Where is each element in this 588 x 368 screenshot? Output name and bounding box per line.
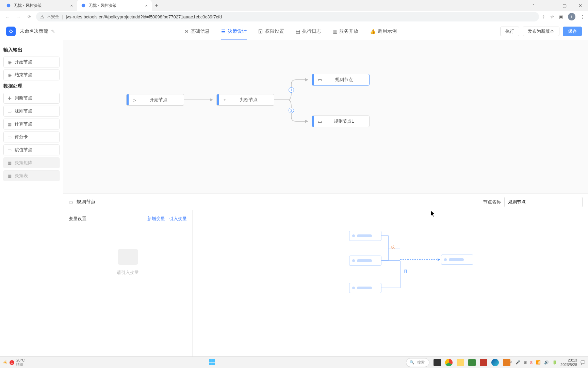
search-icon: 🔍 xyxy=(410,360,414,365)
service-icon: ▥ xyxy=(333,29,337,34)
stop-icon: ◉ xyxy=(7,73,12,77)
palette-start-node[interactable]: ◉开始节点 xyxy=(3,57,60,67)
palette-decision-node[interactable]: ✚判断节点 xyxy=(3,93,60,104)
import-variable-link[interactable]: 引入变量 xyxy=(169,216,187,222)
calc-icon: ▦ xyxy=(7,122,12,126)
rule-icon: ▭ xyxy=(69,199,73,205)
tray-wifi-icon[interactable]: 📶 xyxy=(536,360,541,365)
assign-icon: ▭ xyxy=(7,148,12,152)
insecure-label: 不安全 xyxy=(47,14,59,20)
nav-service[interactable]: ▥服务开放 xyxy=(333,22,358,40)
log-icon: ▤ xyxy=(296,29,300,34)
palette-assign-node[interactable]: ▭赋值节点 xyxy=(3,144,60,155)
vars-title: 变量设置 xyxy=(69,216,86,222)
condition-block[interactable] xyxy=(349,231,381,241)
save-button[interactable]: 保存 xyxy=(563,27,582,36)
profile-avatar[interactable]: t xyxy=(568,13,575,20)
maximize-icon[interactable]: ▢ xyxy=(557,0,572,11)
tray-battery-icon[interactable]: 🔋 xyxy=(552,360,557,365)
flow-rule-node-b[interactable]: ▭规则节点1 xyxy=(312,116,370,127)
rule-edges xyxy=(193,210,588,356)
tray-icon[interactable]: ⊞ xyxy=(524,360,527,365)
tray-notification-icon[interactable]: 💬 xyxy=(581,360,585,365)
add-variable-link[interactable]: 新增变量 xyxy=(147,216,165,222)
weather-icon: ☀ xyxy=(3,359,7,366)
nav-permissions[interactable]: ⚿权限设置 xyxy=(258,22,284,40)
clock-date: 2023/5/28 xyxy=(560,363,577,367)
nav-exec-log[interactable]: ▤执行日志 xyxy=(296,22,321,40)
node-name-input[interactable] xyxy=(504,197,583,207)
nav-decision-design[interactable]: ☰决策设计 xyxy=(221,22,247,40)
favicon-icon xyxy=(81,3,86,8)
reload-icon[interactable]: ⟳ xyxy=(25,13,33,21)
palette-matrix-node: ▦决策矩阵 xyxy=(3,157,60,168)
search-placeholder: 搜索 xyxy=(417,360,425,365)
flow-decision-node[interactable]: ＋判断节点 xyxy=(216,94,274,106)
matrix-icon: ▦ xyxy=(7,160,12,165)
taskbar-app-icon[interactable] xyxy=(503,359,510,366)
close-icon[interactable]: × xyxy=(145,3,148,8)
taskbar-app-icon[interactable] xyxy=(434,359,441,366)
nav-basic-info[interactable]: ⊘基础信息 xyxy=(184,22,210,40)
rule-icon: ▭ xyxy=(314,119,326,124)
node-name-label: 节点名称 xyxy=(483,199,501,205)
taskbar-search[interactable]: 🔍 搜索 xyxy=(406,358,429,367)
flow-start-node[interactable]: ▷开始节点 xyxy=(126,94,184,106)
taskbar-app-icon[interactable] xyxy=(468,359,476,366)
panel-title: 规则节点 xyxy=(77,199,96,205)
cursor-icon xyxy=(431,211,436,217)
browser-tab[interactable]: 无忧 - 风控决策 × xyxy=(77,0,152,11)
rule-tree[interactable]: 或 且 xyxy=(193,210,588,356)
bookmark-icon[interactable]: ☆ xyxy=(550,14,554,19)
new-tab-button[interactable]: + xyxy=(152,1,161,10)
taskbar-chrome-icon[interactable] xyxy=(445,359,453,366)
extensions-icon[interactable]: ▣ xyxy=(559,14,563,19)
palette-end-node[interactable]: ◉结束节点 xyxy=(3,70,60,80)
forward-icon[interactable]: → xyxy=(14,13,22,21)
svg-rect-5 xyxy=(212,363,215,365)
condition-block[interactable] xyxy=(349,256,381,266)
tab-title: 无忧 - 风控决策 xyxy=(88,3,117,9)
notification-badge: 1 xyxy=(10,360,14,365)
palette-data-header: 数据处理 xyxy=(3,83,60,89)
publish-button[interactable]: 发布为新版本 xyxy=(523,27,559,36)
tray-chevron-icon[interactable]: ^ xyxy=(510,361,512,365)
tray-mic-icon[interactable]: 🎤 xyxy=(516,360,520,365)
edit-icon[interactable]: ✎ xyxy=(51,29,55,34)
system-clock[interactable]: 20:13 2023/5/28 xyxy=(560,358,577,366)
palette-calc-node[interactable]: ▦计算节点 xyxy=(3,119,60,129)
browser-tab[interactable]: 无忧 - 风控决策 × xyxy=(2,0,77,11)
palette-table-node: ▦决策表 xyxy=(3,170,60,181)
temperature: 28°C xyxy=(16,358,25,362)
svg-rect-2 xyxy=(209,359,212,362)
palette-rule-node[interactable]: ▭规则节点 xyxy=(3,106,60,117)
execute-button[interactable]: 执行 xyxy=(500,27,519,36)
weather-widget[interactable]: ☀ 1 28°C 晴朗 xyxy=(3,358,25,367)
card-icon: ▭ xyxy=(7,135,12,139)
result-block[interactable] xyxy=(441,255,473,265)
share-icon[interactable]: ⇪ xyxy=(542,14,545,19)
taskbar-edge-icon[interactable] xyxy=(491,359,499,366)
tray-volume-icon[interactable]: 🔊 xyxy=(544,360,549,365)
empty-box-icon xyxy=(118,249,138,265)
flow-rule-node-a[interactable]: ▭规则节点 xyxy=(312,74,370,86)
address-bar[interactable]: ⚠ 不安全 | jvs-rules.bctools.cn/#/policypro… xyxy=(36,12,539,21)
close-window-icon[interactable]: ✕ xyxy=(572,0,588,11)
windows-taskbar: ☀ 1 28°C 晴朗 🔍 搜索 ^ 🎤 ⊞ S 📶 🔊 🔋 20:13 202… xyxy=(0,356,588,368)
op-and-label: 且 xyxy=(404,269,408,275)
play-icon: ▷ xyxy=(129,97,140,103)
tray-icon[interactable]: S xyxy=(530,361,533,365)
branch-badge-2: 2 xyxy=(289,108,294,113)
taskbar-app-icon[interactable] xyxy=(480,359,487,366)
close-icon[interactable]: × xyxy=(70,3,73,8)
menu-icon[interactable]: ⋮ xyxy=(580,14,585,19)
taskbar-explorer-icon[interactable] xyxy=(457,359,464,366)
start-button[interactable] xyxy=(209,359,215,366)
chevron-down-icon[interactable]: ˅ xyxy=(525,0,541,11)
nav-invoke-example[interactable]: 👍调用示例 xyxy=(370,22,397,40)
back-icon[interactable]: ← xyxy=(3,13,12,21)
minimize-icon[interactable]: — xyxy=(541,0,557,11)
flow-canvas[interactable]: ▷开始节点 ＋判断节点 ▭规则节点 ▭规则节点1 1 2 xyxy=(63,40,588,194)
condition-block[interactable] xyxy=(349,283,381,293)
palette-score-node[interactable]: ▭评分卡 xyxy=(3,132,60,142)
